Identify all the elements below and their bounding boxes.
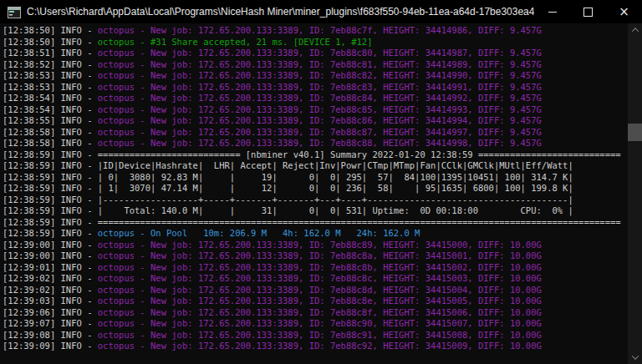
log-message: octopus - New job: 172.65.200.133:3389, … [98,59,542,69]
scroll-down-button[interactable] [628,351,642,364]
maximize-button[interactable] [570,0,606,23]
log-prefix: [12:38:55] INFO - [3,115,98,125]
log-prefix: [12:39:09] INFO - [3,341,98,351]
log-prefix: [12:39:00] INFO - [3,240,98,250]
console-line: [12:38:50] INFO - octopus - New job: 172… [3,25,628,37]
window-controls: × [534,0,642,23]
log-message: octopus - New job: 172.65.200.133:3389, … [98,330,542,340]
console-line: [12:38:59] INFO - ======================… [3,149,628,161]
log-prefix: [12:38:59] INFO - [3,149,98,159]
console-line: [12:39:00] INFO - octopus - New job: 172… [3,240,628,251]
log-prefix: [12:38:53] INFO - [3,82,98,92]
log-prefix: [12:39:02] INFO - [3,273,98,283]
log-prefix: [12:38:59] INFO - [3,228,98,238]
console-window: C:\Users\Richard\AppData\Local\Programs\… [0,0,642,364]
log-message: | 0| 3080| 92.83 M| | 19| 0| 0| 295| 57|… [98,172,573,182]
console-line: [12:38:54] INFO - octopus - New job: 172… [3,104,628,116]
log-message: octopus - New job: 172.65.200.133:3389, … [98,25,542,35]
scroll-up-button[interactable] [628,23,642,37]
log-message: octopus - #31 Share accepted, 21 ms. [DE… [98,37,373,47]
log-message: |ID|Device|Hashrate| LHR| Accept| Reject… [98,160,573,170]
log-prefix: [12:39:01] INFO - [3,262,98,272]
log-message: octopus - New job: 172.65.200.133:3389, … [98,82,542,92]
console-line: [12:39:02] INFO - octopus - New job: 172… [3,285,628,296]
log-prefix: [12:38:59] INFO - [3,195,98,205]
console-line: [12:39:06] INFO - octopus - New job: 172… [3,307,628,319]
console-line: [12:39:02] INFO - octopus - New job: 172… [3,273,628,285]
log-prefix: [12:38:59] INFO - [3,172,98,182]
console-output: [12:38:50] INFO - octopus - New job: 172… [0,23,628,364]
maximize-icon [583,8,593,17]
log-message: octopus - New job: 172.65.200.133:3389, … [98,104,542,114]
log-prefix: [12:38:54] INFO - [3,104,98,114]
log-message: octopus - New job: 172.65.200.133:3389, … [98,93,542,103]
log-prefix: [12:39:08] INFO - [3,330,98,340]
log-message: octopus - New job: 172.65.200.133:3389, … [98,285,542,295]
log-prefix: [12:38:59] INFO - [3,217,98,227]
log-message: octopus - New job: 172.65.200.133:3389, … [98,70,542,80]
console-line: [12:38:55] INFO - octopus - New job: 172… [3,115,628,127]
log-message: octopus - New job: 172.65.200.133:3389, … [98,307,542,317]
console-line: [12:38:59] INFO - | Total: 140.0 M| | 31… [3,205,628,217]
log-prefix: [12:39:03] INFO - [3,296,98,306]
console-line: [12:38:59] INFO - | 0| 3080| 92.83 M| | … [3,172,628,184]
log-prefix: [12:38:52] INFO - [3,59,98,69]
minimize-icon [548,12,557,13]
console-line: [12:38:54] INFO - octopus - New job: 172… [3,93,628,104]
console-line: [12:38:53] INFO - octopus - New job: 172… [3,70,628,82]
window-title: C:\Users\Richard\AppData\Local\Programs\… [27,6,534,18]
console-line: [12:38:59] INFO - |------------------+--… [3,195,628,206]
log-message: octopus - New job: 172.65.200.133:3389, … [98,115,542,125]
console-app-icon [8,6,21,18]
titlebar[interactable]: C:\Users\Richard\AppData\Local\Programs\… [0,0,642,23]
log-message: octopus - New job: 172.65.200.133:3389, … [98,273,542,283]
console-line: [12:38:53] INFO - octopus - New job: 172… [3,82,628,94]
log-message: | Total: 140.0 M| | 31| 0| 0| 531| Uptim… [98,205,573,215]
log-prefix: [12:38:50] INFO - [3,25,98,35]
scrollbar-track[interactable] [628,37,642,351]
console-line: [12:38:59] INFO - | 1| 3070| 47.14 M| | … [3,183,628,195]
log-prefix: [12:39:00] INFO - [3,250,98,260]
chevron-up-icon [631,28,638,34]
console-line: [12:39:07] INFO - octopus - New job: 172… [3,318,628,330]
log-prefix: [12:39:02] INFO - [3,285,98,295]
console-line: [12:39:01] INFO - octopus - New job: 172… [3,262,628,274]
console-line: [12:39:03] INFO - octopus - New job: 172… [3,296,628,307]
log-prefix: [12:39:07] INFO - [3,318,98,328]
log-message: | 1| 3070| 47.14 M| | 12| 0| 0| 236| 58|… [98,183,573,193]
log-message: |------------------+-----+-------+------… [98,195,573,205]
console-line: [12:38:50] INFO - octopus - #31 Share ac… [3,37,628,48]
log-prefix: [12:38:59] INFO - [3,160,98,170]
log-message: octopus - New job: 172.65.200.133:3389, … [98,318,542,328]
scrollbar[interactable] [628,23,642,364]
log-prefix: [12:38:59] INFO - [3,205,98,215]
console-line: [12:38:52] INFO - octopus - New job: 172… [3,59,628,71]
log-message: octopus - On Pool 10m: 206.9 M 4h: 162.0… [98,228,420,238]
log-message: octopus - New job: 172.65.200.133:3389, … [98,250,542,260]
log-message: octopus - New job: 172.65.200.133:3389, … [98,127,542,137]
close-icon: × [619,6,629,18]
scrollbar-thumb[interactable] [628,124,642,141]
console-line: [12:39:08] INFO - octopus - New job: 172… [3,330,628,341]
console-line: [12:38:59] INFO - ======================… [3,217,628,229]
console-line: [12:38:59] INFO - octopus - On Pool 10m:… [3,228,628,240]
close-button[interactable]: × [606,0,642,23]
log-prefix: [12:38:51] INFO - [3,48,98,58]
minimize-button[interactable] [534,0,570,23]
log-message: octopus - New job: 172.65.200.133:3389, … [98,262,542,272]
log-prefix: [12:38:50] INFO - [3,37,98,47]
console-line: [12:39:00] INFO - octopus - New job: 172… [3,250,628,262]
console-line: [12:39:09] INFO - octopus - New job: 172… [3,341,628,352]
log-prefix: [12:38:53] INFO - [3,70,98,80]
log-message: octopus - New job: 172.65.200.133:3389, … [98,296,542,306]
log-prefix: [12:38:59] INFO - [3,183,98,193]
log-prefix: [12:38:54] INFO - [3,93,98,103]
log-prefix: [12:39:06] INFO - [3,307,98,317]
log-message: octopus - New job: 172.65.200.133:3389, … [98,240,542,250]
console-line: [12:38:51] INFO - octopus - New job: 172… [3,48,628,59]
console-line: [12:38:58] INFO - octopus - New job: 172… [3,138,628,149]
chevron-down-icon [631,352,638,359]
log-message: octopus - New job: 172.65.200.133:3389, … [98,48,542,58]
log-prefix: [12:38:58] INFO - [3,127,98,137]
console-line: [12:38:59] INFO - |ID|Device|Hashrate| L… [3,160,628,172]
